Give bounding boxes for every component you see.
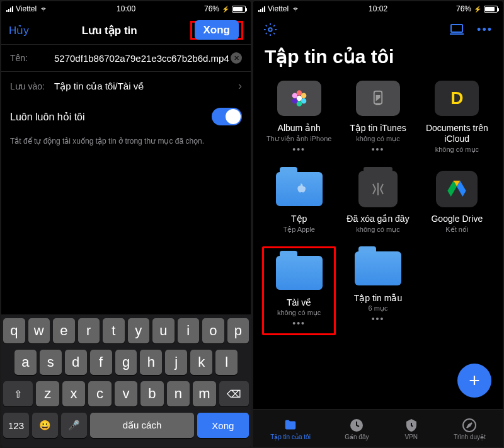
key-s[interactable]: s [40,350,62,375]
file-item-folder[interactable]: Tập tin mẫu 6 mục ••• [341,246,415,327]
key-c[interactable]: c [88,381,111,406]
item-subtitle: 6 mục [369,304,388,313]
status-time: 10:00 [117,4,135,13]
grid-cell: Google Drive Kết nối [420,167,494,236]
laptop-icon[interactable] [449,23,464,36]
item-title: Album ảnh [278,123,321,134]
folder-icon [353,249,403,288]
always-ask-row: Luôn luôn hỏi tôi [1,100,251,133]
key-l[interactable]: l [215,350,238,375]
key-i[interactable]: i [178,318,200,343]
svg-marker-14 [467,423,472,428]
signal-icon [6,6,13,12]
file-item-photos[interactable]: Album ảnh Thư viện ảnh iPhone ••• [262,76,336,157]
key-v[interactable]: v [115,381,137,406]
grid-cell: Đã xóa gần đây không có mục [341,167,415,236]
key-u[interactable]: u [152,318,175,343]
key-t[interactable]: t [103,318,125,343]
tab-compass[interactable]: Trình duyệt [454,418,486,440]
key-h[interactable]: h [140,350,162,375]
key-e[interactable]: e [53,318,75,343]
files-grid: Album ảnh Thư viện ảnh iPhone ••• Tập ti… [253,76,503,335]
item-title: Documents trên iCloud [421,123,493,144]
svg-point-7 [296,101,302,106]
photos-icon [275,79,324,118]
always-ask-toggle[interactable] [212,108,242,125]
file-item-trash[interactable]: Đã xóa gần đây không có mục [341,167,415,236]
svg-point-6 [301,98,306,104]
item-more-icon[interactable]: ••• [292,318,306,328]
space-key[interactable]: dấu cách [90,413,193,438]
key-k[interactable]: k [190,350,212,375]
phone-right: Viettel 10:02 76% ⚡ ••• Tập tin của tôi … [253,1,503,447]
item-subtitle: Thư viện ảnh iPhone [266,135,332,143]
filename-input[interactable]: 5270df1b86702a79e21e3cc67b2b6d.mp4 [54,53,231,64]
keyboard-done-key[interactable]: Xong [197,413,249,438]
done-button[interactable]: Xong [195,20,239,40]
item-subtitle: không có mục [356,135,399,143]
downloads-highlight: Tài về không có mục ••• [262,246,336,336]
item-title: Tài về [287,297,311,308]
item-more-icon[interactable]: ••• [372,314,385,324]
gear-icon[interactable] [263,23,277,37]
key-g[interactable]: g [115,350,137,375]
file-item-apple-folder[interactable]: Tệp Tệp Apple [262,167,336,236]
battery-icon [484,6,498,13]
carrier: Viettel [16,4,37,13]
item-title: Google Drive [431,214,483,224]
key-x[interactable]: x [62,381,85,406]
123-key[interactable]: 123 [3,413,29,438]
signal-icon [258,6,265,12]
key-a[interactable]: a [14,350,37,375]
key-p[interactable]: p [227,318,249,343]
tab-folder[interactable]: Tập tin của tôi [270,418,311,440]
item-subtitle: không có mục [277,309,321,317]
filename-row[interactable]: Tên: 5270df1b86702a79e21e3cc67b2b6d.mp4 … [1,44,251,71]
tab-vpn[interactable]: VPN [403,418,420,440]
mic-key[interactable]: 🎤 [61,413,87,438]
saveto-row[interactable]: Lưu vào: Tập tin của tôi/Tài về › [1,71,251,100]
item-more-icon[interactable]: ••• [292,144,306,154]
shift-key[interactable]: ⇧ [3,381,33,406]
file-item-docs-icloud[interactable]: D Documents trên iCloud không có mục [420,76,494,156]
docs-icloud-icon: D [432,79,481,118]
more-icon[interactable]: ••• [477,23,493,37]
item-title: Tập tin iTunes [350,123,406,134]
key-w[interactable]: w [28,318,50,343]
clear-icon[interactable]: ✕ [231,52,242,64]
keyboard-row-4: 123 😀 🎤 dấu cách Xong [3,413,249,438]
apple-folder-icon [275,169,324,209]
cancel-button[interactable]: Hủy [9,24,29,37]
tab-label: Gần đây [345,434,369,440]
file-item-gdrive[interactable]: Google Drive Kết nối [420,167,494,236]
item-more-icon[interactable]: ••• [372,144,385,154]
key-z[interactable]: z [36,381,59,406]
svg-point-5 [301,93,306,99]
key-o[interactable]: o [202,318,224,343]
key-m[interactable]: m [193,381,215,406]
key-q[interactable]: q [3,318,25,343]
file-item-itunes[interactable]: Tập tin iTunes không có mục ••• [341,76,415,157]
key-d[interactable]: d [65,350,87,375]
app-header: ••• [253,16,503,40]
nav-title: Lưu tập tin [82,24,137,37]
key-j[interactable]: j [165,350,187,375]
key-r[interactable]: r [78,318,100,343]
add-button[interactable]: + [457,364,491,398]
status-time: 10:02 [369,4,387,13]
key-n[interactable]: n [167,381,190,406]
item-subtitle: không có mục [356,226,399,234]
key-b[interactable]: b [140,381,163,406]
grid-cell: Tệp Tệp Apple [262,167,336,236]
emoji-key[interactable]: 😀 [32,413,58,438]
tab-clock[interactable]: Gần đây [345,418,369,440]
compass-icon [461,418,478,432]
delete-key[interactable]: ⌫ [219,381,249,406]
key-y[interactable]: y [128,318,150,343]
always-ask-label: Luôn luôn hỏi tôi [10,111,85,123]
page-title: Tập tin của tôi [253,40,503,76]
file-item-downloads[interactable]: Tài về không có mục ••• [266,251,331,331]
carrier: Viettel [268,4,289,13]
item-subtitle: Tệp Apple [283,226,314,234]
key-f[interactable]: f [90,350,112,375]
